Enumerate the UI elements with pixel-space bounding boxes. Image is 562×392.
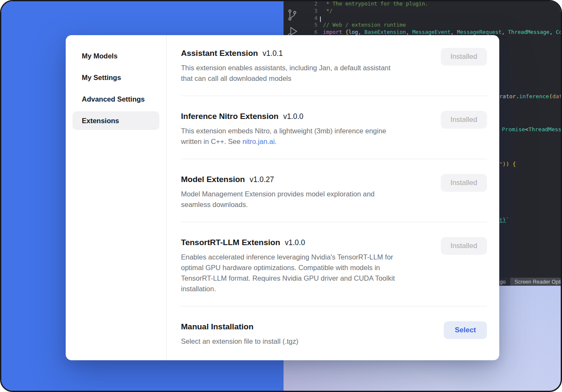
source-control-icon[interactable] xyxy=(287,8,298,25)
nitro-jan-ai-link[interactable]: nitro.jan.ai. xyxy=(242,138,277,145)
code-token: , xyxy=(549,29,556,35)
code-line: 4 xyxy=(300,15,561,22)
extension-description: Enables accelerated inference leveraging… xyxy=(181,252,431,294)
code-token: " xyxy=(499,161,503,167)
code-token: // Web / extension runtime xyxy=(323,22,406,28)
settings-sidebar: My ModelsMy SettingsAdvanced SettingsExt… xyxy=(66,35,167,360)
extension-info: Model Extensionv1.0.27Model Management E… xyxy=(181,174,431,210)
code-lines: 2 * The entrypoint for the plugin.3 */45… xyxy=(300,0,561,36)
code-token: , xyxy=(451,29,457,35)
sidebar-item-my-models[interactable]: My Models xyxy=(72,47,159,65)
extension-description: Model Management Extension provides mode… xyxy=(181,189,431,210)
code-token: data xyxy=(552,93,562,99)
code-token: rator. xyxy=(499,93,519,99)
extension-name: Assistant Extension xyxy=(181,49,258,58)
settings-modal: My ModelsMy SettingsAdvanced SettingsExt… xyxy=(66,35,499,360)
extension-version: v1.0.1 xyxy=(263,49,283,58)
code-line: 3 */ xyxy=(300,8,561,15)
extension-row: Inference Nitro Extensionv1.0.0This exte… xyxy=(181,96,487,159)
extensions-list: Assistant Extensionv1.0.1This extension … xyxy=(167,35,499,360)
code-token: ContentType xyxy=(556,29,561,35)
code-token: Promise xyxy=(502,126,525,133)
extension-row: Model Extensionv1.0.27Model Management E… xyxy=(181,159,487,222)
extension-title: Manual Installation xyxy=(181,321,434,332)
extension-name: TensortRT-LLM Extension xyxy=(181,238,280,247)
extension-version: v1.0.27 xyxy=(250,175,274,184)
line-number: 3 xyxy=(300,8,317,15)
extension-version: v1.0.0 xyxy=(283,112,303,121)
code-token: < xyxy=(525,126,529,133)
extension-row: Manual InstallationSelect an extension f… xyxy=(181,306,487,359)
code-token: { xyxy=(512,161,516,167)
installed-button[interactable]: Installed xyxy=(441,48,487,66)
code-token: , xyxy=(502,29,508,35)
code-text: // Web / extension runtime xyxy=(317,22,406,29)
code-line: 5// Web / extension runtime xyxy=(300,22,561,29)
code-text: * The entrypoint for the plugin. xyxy=(317,0,428,8)
code-token: , xyxy=(406,29,412,35)
status-text: go xyxy=(500,279,506,285)
extension-info: TensortRT-LLM Extensionv1.0.0Enables acc… xyxy=(181,237,431,294)
code-token: ` xyxy=(506,217,509,223)
text-cursor xyxy=(320,17,321,22)
extension-info: Inference Nitro Extensionv1.0.0This exte… xyxy=(181,111,431,147)
extension-row: Assistant Extensionv1.0.1This extension … xyxy=(181,35,487,96)
extension-name: Manual Installation xyxy=(181,322,253,331)
code-token: log xyxy=(348,29,358,35)
extension-description: This extension enables assistants, inclu… xyxy=(181,63,431,84)
code-fragment: rator.inference(data)); xyxy=(499,93,562,99)
extension-row: TensortRT-LLM Extensionv1.0.0Enables acc… xyxy=(181,222,487,306)
extension-info: Assistant Extensionv1.0.1This extension … xyxy=(181,48,431,84)
code-token: BaseExtension xyxy=(364,29,406,35)
extension-title: Inference Nitro Extensionv1.0.0 xyxy=(181,111,431,122)
code-token: )) xyxy=(503,161,512,167)
code-token: ThreadMessage xyxy=(529,126,562,133)
code-fragment: t}` xyxy=(499,217,509,223)
extension-name: Inference Nitro Extension xyxy=(181,112,278,121)
line-number: 2 xyxy=(300,0,317,8)
code-token: inference xyxy=(519,93,549,99)
installed-button[interactable]: Installed xyxy=(441,174,487,192)
sidebar-item-my-settings[interactable]: My Settings xyxy=(72,68,159,87)
screen-reader-status[interactable]: Screen Reader Optimize xyxy=(510,278,561,286)
line-number: 4 xyxy=(300,15,317,22)
app-window: 2 * The entrypoint for the plugin.3 */45… xyxy=(0,0,562,392)
extension-title: Model Extensionv1.0.27 xyxy=(181,174,431,185)
code-token: t} xyxy=(499,217,506,223)
extension-title: Assistant Extensionv1.0.1 xyxy=(181,48,431,59)
line-number: 5 xyxy=(300,22,317,29)
code-line: 2 * The entrypoint for the plugin. xyxy=(300,0,561,8)
installed-button[interactable]: Installed xyxy=(441,237,487,255)
code-token: ThreadMessage xyxy=(508,29,550,35)
installed-button[interactable]: Installed xyxy=(441,111,487,129)
extension-info: Manual InstallationSelect an extension f… xyxy=(181,321,434,347)
extension-description: Select an extension file to install (.tg… xyxy=(181,336,434,347)
extension-name: Model Extension xyxy=(181,175,245,184)
code-token: MessageRequest xyxy=(457,29,501,35)
code-token: */ xyxy=(323,8,333,14)
code-token: * The entrypoint for the plugin. xyxy=(323,0,428,7)
extension-version: v1.0.0 xyxy=(285,238,305,247)
code-fragment: Promise<ThreadMessage> xyxy=(502,126,562,133)
code-fragment: ")) { xyxy=(499,161,516,167)
code-token: , xyxy=(358,29,364,35)
code-token: MessageEvent xyxy=(412,29,451,35)
code-text: */ xyxy=(317,8,333,15)
code-token: import xyxy=(323,29,345,35)
sidebar-item-extensions[interactable]: Extensions xyxy=(72,111,159,130)
sidebar-item-advanced-settings[interactable]: Advanced Settings xyxy=(72,90,159,108)
extension-title: TensortRT-LLM Extensionv1.0.0 xyxy=(181,237,431,248)
select-button[interactable]: Select xyxy=(444,321,487,339)
extension-description: This extension embeds Nitro, a lightweig… xyxy=(181,126,431,147)
